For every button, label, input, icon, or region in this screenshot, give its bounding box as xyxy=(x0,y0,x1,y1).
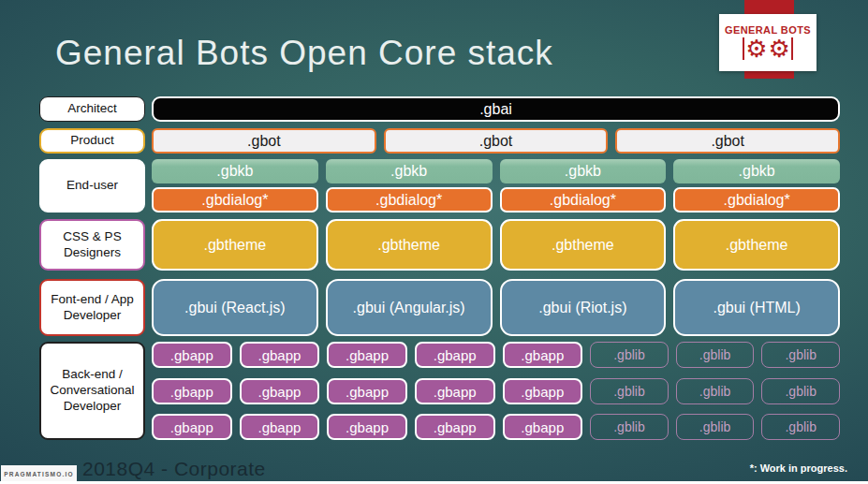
gear-icon: ⚙ xyxy=(769,37,790,61)
gbkb-box: .gbkb xyxy=(152,159,318,183)
logo-brand-text: GENERAL BOTS xyxy=(725,24,811,36)
gbtheme-box: .gbtheme xyxy=(152,219,318,271)
gbdialog-box: .gbdialog* xyxy=(500,187,667,213)
gbapp-box: .gbapp xyxy=(415,414,495,440)
gbtheme-box: .gbtheme xyxy=(326,219,493,271)
gbapp-box: .gbapp xyxy=(327,342,407,368)
gbui-html-box: .gbui (HTML) xyxy=(673,279,840,336)
gbapp-box: .gbapp xyxy=(415,342,495,368)
gbkb-box: .gbkb xyxy=(326,159,493,183)
gbui-react-box: .gbui (React.js) xyxy=(152,279,318,336)
work-in-progress-note: *: Work in progress. xyxy=(750,462,847,474)
gblib-box: .gblib xyxy=(676,414,755,440)
gbai-box: .gbai xyxy=(152,96,840,122)
role-label-css-ps-designers: CSS & PS Designers xyxy=(39,219,145,271)
role-label-frontend-app-developer: Font-end / App Developer xyxy=(39,279,145,336)
gbdialog-box: .gbdialog* xyxy=(152,187,318,213)
gbdialog-box: .gbdialog* xyxy=(326,187,493,213)
footer-caption: 2018Q4 - Corporate xyxy=(82,458,266,480)
gbapp-box: .gbapp xyxy=(240,342,320,368)
gbapp-box: .gbapp xyxy=(240,378,320,404)
gblib-box: .gblib xyxy=(676,378,755,404)
gbapp-box: .gbapp xyxy=(240,414,320,440)
gear-icon: ⚙ xyxy=(745,37,767,61)
gblib-box: .gblib xyxy=(590,378,669,404)
gbapp-box: .gbapp xyxy=(327,414,407,440)
gbtheme-box: .gbtheme xyxy=(673,219,840,271)
gblib-box: .gblib xyxy=(761,378,840,404)
gbapp-box: .gbapp xyxy=(152,378,232,404)
gblib-box: .gblib xyxy=(590,414,669,440)
gbapp-box: .gbapp xyxy=(503,342,583,368)
gear-bar-left-icon xyxy=(743,37,745,60)
gbapp-box: .gbapp xyxy=(415,378,495,404)
gbkb-box: .gbkb xyxy=(673,159,840,183)
gbot-box: .gbot xyxy=(384,128,609,154)
role-label-product: Product xyxy=(39,128,145,154)
gbapp-box: .gbapp xyxy=(152,342,232,368)
gblib-box: .gblib xyxy=(676,342,755,368)
gears-logo: ⚙ ⚙ xyxy=(743,37,794,61)
gbapp-box: .gbapp xyxy=(503,414,583,440)
gbot-box: .gbot xyxy=(152,128,376,154)
gbot-box: .gbot xyxy=(615,128,840,154)
gblib-box: .gblib xyxy=(761,414,840,440)
role-label-architect: Architect xyxy=(39,96,145,122)
role-label-backend-conversational-developer: Back-end / Conversational Developer xyxy=(39,342,145,440)
pragmatismo-logo: PRAGMATISMO.IO xyxy=(1,465,77,482)
gbdialog-box: .gbdialog* xyxy=(673,187,840,213)
general-bots-logo: GENERAL BOTS ⚙ ⚙ xyxy=(719,14,817,71)
page-title: General Bots Open Core stack xyxy=(55,34,553,73)
gblib-box: .gblib xyxy=(590,342,669,368)
gbapp-box: .gbapp xyxy=(503,378,583,404)
role-label-end-user: End-user xyxy=(39,159,145,213)
gblib-box: .gblib xyxy=(761,342,840,368)
gbapp-box: .gbapp xyxy=(152,414,232,440)
gbui-angular-box: .gbui (Angular.js) xyxy=(326,279,493,336)
slide-background: General Bots Open Core stack GENERAL BOT… xyxy=(0,0,868,484)
gbui-riot-box: .gbui (Riot.js) xyxy=(500,279,667,336)
gbapp-box: .gbapp xyxy=(327,378,407,404)
gbkb-box: .gbkb xyxy=(500,159,667,183)
gear-bar-right-icon xyxy=(791,37,794,60)
gbtheme-box: .gbtheme xyxy=(500,219,667,271)
